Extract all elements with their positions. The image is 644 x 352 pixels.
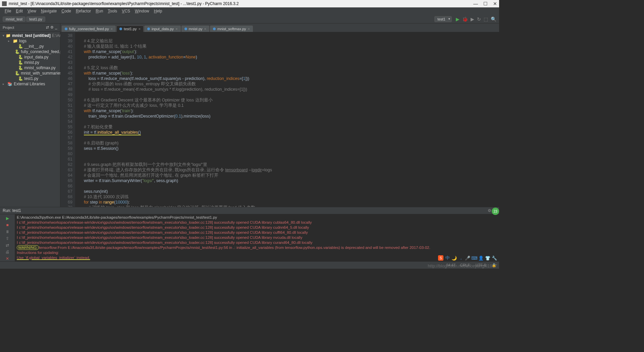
editor-tab[interactable]: mnist.py×: [181, 26, 209, 32]
tree-file[interactable]: 🐍 mnist.py: [0, 60, 60, 65]
tree-file[interactable]: 🐍 __init__.py: [0, 44, 60, 49]
minimize-button[interactable]: —: [473, 1, 478, 6]
menu-tools[interactable]: Tools: [106, 8, 119, 14]
debug-icon[interactable]: 🐞: [462, 16, 468, 22]
menu-bar: FileEditViewNavigateCodeRefactorRunTools…: [0, 7, 499, 15]
sidebar-collapse-icon[interactable]: ⇄: [46, 25, 49, 30]
crumb-project[interactable]: mnist_test: [3, 16, 25, 22]
search-icon[interactable]: 🔍: [491, 16, 496, 22]
tree-external-libraries[interactable]: ▸📚 External Libraries: [0, 81, 60, 87]
editor-tab-bar: fully_connected_feed.py×test1.py×input_d…: [60, 24, 499, 32]
nav-bar: mnist_test test1.py test1 ▶ 🐞 ▶ ↻ ⬚ 🔍: [0, 15, 499, 24]
ime-punct-icon[interactable]: ，: [458, 255, 464, 261]
run-config-name[interactable]: test1: [12, 208, 21, 213]
run-icon[interactable]: ▶: [456, 16, 460, 22]
sidebar-gear-icon[interactable]: ⚙: [50, 25, 54, 30]
tab-close-icon[interactable]: ×: [248, 27, 250, 31]
maximize-button[interactable]: ☐: [483, 1, 488, 6]
project-tool-label[interactable]: Project: [3, 26, 14, 30]
stop-icon[interactable]: ↻: [477, 16, 481, 22]
editor-area: fully_connected_feed.py×test1.py×input_d…: [60, 24, 499, 207]
rerun-icon[interactable]: ▶: [5, 216, 10, 221]
tab-close-icon[interactable]: ×: [204, 27, 206, 31]
code-editor[interactable]: 3839404142434445464748495051525354555657…: [60, 32, 499, 207]
watermark-text: http://blog.csdn.net/aliceyangxi1987: [428, 263, 497, 268]
title-bar: mnist_test - [E:\Anaconda3\Lib\site-pack…: [0, 0, 499, 7]
up-icon[interactable]: ⇧: [5, 236, 10, 241]
run-settings-icon[interactable]: ⚙: [488, 208, 491, 213]
toggle-icon[interactable]: ⇄: [5, 243, 10, 248]
menu-refactor[interactable]: Refactor: [74, 8, 93, 14]
ime-toolbar: S 中 🌙 ， 🎤 ⌨ 👤 👕 🔧: [438, 255, 497, 261]
delete-icon[interactable]: ✕: [5, 256, 10, 261]
menu-edit[interactable]: Edit: [14, 8, 25, 14]
tab-close-icon[interactable]: ×: [111, 27, 113, 31]
ime-moon-icon[interactable]: 🌙: [451, 255, 457, 261]
menu-window[interactable]: Window: [133, 8, 151, 14]
tree-file[interactable]: 🐍 test1.py: [0, 76, 60, 81]
notification-badge[interactable]: 23: [492, 208, 499, 215]
project-tree: ▾📁 mnist_test [untitled] E:\Anacon ▸📁 lo…: [0, 32, 60, 88]
tree-file[interactable]: 🐍 mnist_softmax.py: [0, 65, 60, 71]
ime-keyboard-icon[interactable]: ⌨: [472, 255, 477, 261]
ime-user-icon[interactable]: 👤: [478, 255, 484, 261]
vcs-icon[interactable]: ⬚: [484, 16, 488, 22]
close-button[interactable]: ✕: [493, 1, 497, 6]
tree-root[interactable]: ▾📁 mnist_test [untitled] E:\Anacon: [0, 33, 60, 38]
tree-file[interactable]: 🐍 input_data.py: [0, 54, 60, 60]
run-label: Run:: [3, 208, 11, 213]
run-console[interactable]: E:\Anaconda3\python.exe E:/Anaconda3/Lib…: [15, 214, 499, 269]
print-icon[interactable]: 🖨: [5, 249, 10, 255]
menu-file[interactable]: File: [3, 8, 13, 14]
menu-navigate[interactable]: Navigate: [39, 8, 59, 14]
editor-tab[interactable]: mnist_softmax.py×: [210, 26, 253, 32]
stop-run-icon[interactable]: ■: [5, 222, 10, 228]
menu-run[interactable]: Run: [94, 8, 105, 14]
menu-help[interactable]: Help: [152, 8, 164, 14]
window-title: mnist_test - [E:\Anaconda3\Lib\site-pack…: [9, 1, 473, 6]
ime-tool-icon[interactable]: 🔧: [492, 255, 497, 261]
crumb-file[interactable]: test1.py: [26, 16, 45, 22]
sidebar-hide-icon[interactable]: ⎯: [55, 25, 57, 30]
menu-vcs[interactable]: VCS: [120, 8, 132, 14]
editor-tab[interactable]: test1.py×: [116, 26, 144, 32]
project-sidebar: Project ⇄ ⚙ ⎯ ▾📁 mnist_test [untitled] E…: [0, 24, 60, 207]
tree-folder-logs[interactable]: ▸📁 logs: [0, 38, 60, 44]
menu-view[interactable]: View: [25, 8, 38, 14]
status-bar: 94:47 CRLF: UTF-8: 🔒: [0, 261, 499, 269]
ime-logo-icon[interactable]: S: [438, 255, 443, 261]
breadcrumb: mnist_test test1.py: [3, 16, 45, 22]
ime-mic-icon[interactable]: 🎤: [465, 255, 470, 261]
code-content[interactable]: # 4.定义输出层 # 输入值是隐层 l1, 输出 1 个结果 with tf.…: [75, 32, 499, 207]
app-icon: [2, 1, 7, 6]
run-tool-window: ▶ ■ ⏸ ⇧ ⇄ 🖨 ✕ ? E:\Anaconda3\python.exe …: [0, 214, 499, 269]
line-gutter: 3839404142434445464748495051525354555657…: [60, 32, 75, 207]
menu-code[interactable]: Code: [59, 8, 73, 14]
run-config-selector[interactable]: test1: [434, 16, 452, 22]
editor-tab[interactable]: input_data.py×: [144, 26, 181, 32]
tree-file[interactable]: 🐍 mnist_with_summaries.py: [0, 71, 60, 76]
pause-icon[interactable]: ⏸: [5, 229, 10, 234]
ime-lang-icon[interactable]: 中: [445, 255, 450, 261]
tab-close-icon[interactable]: ×: [175, 27, 177, 31]
main-area: Project ⇄ ⚙ ⎯ ▾📁 mnist_test [untitled] E…: [0, 24, 499, 207]
run-toolbar: ▶ ■ ⏸ ⇧ ⇄ 🖨 ✕ ?: [0, 214, 15, 269]
run-coverage-icon[interactable]: ▶: [471, 16, 474, 22]
tree-file[interactable]: 🐍 fully_connected_feed.py: [0, 49, 60, 54]
ime-skin-icon[interactable]: 👕: [485, 255, 490, 261]
tab-close-icon[interactable]: ×: [139, 27, 141, 31]
run-tool-header: Run: test1 ⚙ ⎯: [0, 207, 499, 214]
editor-tab[interactable]: fully_connected_feed.py×: [62, 26, 116, 32]
